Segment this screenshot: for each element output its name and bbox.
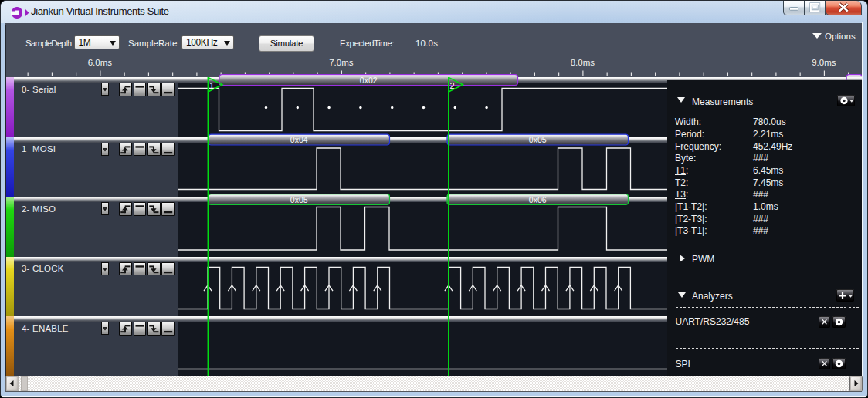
svg-text:1: 1 [209,81,214,90]
svg-text:0x05: 0x05 [529,135,547,144]
svg-text:0x04: 0x04 [290,135,308,144]
svg-text:0x05: 0x05 [290,195,308,204]
svg-text:2: 2 [449,81,454,90]
svg-text:0x02: 0x02 [360,76,378,85]
svg-text:0x06: 0x06 [529,195,547,204]
